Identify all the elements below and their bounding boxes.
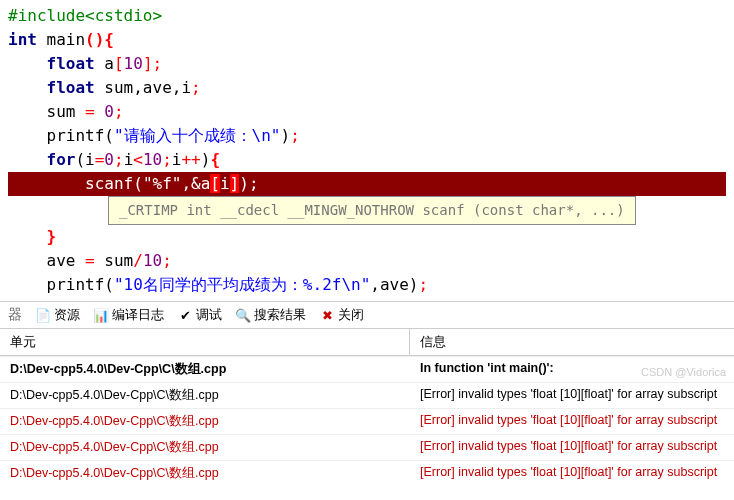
compiler-row[interactable]: D:\Dev-cpp5.4.0\Dev-Cpp\C\数组.cpp[Error] … [0,408,734,434]
bottom-tabs: 器 📄资源 📊编译日志 ✔调试 🔍搜索结果 ✖关闭 [0,301,734,329]
row-message: [Error] invalid types 'float [10][float]… [410,383,734,408]
watermark: CSDN @Vidorica [641,366,726,378]
compiler-row[interactable]: D:\Dev-cpp5.4.0\Dev-Cpp\C\数组.cpp[Error] … [0,460,734,486]
col-header-unit[interactable]: 单元 [0,329,410,355]
row-message: [Error] invalid types 'float [10][float]… [410,435,734,460]
tab-compile-log[interactable]: 📊编译日志 [94,306,164,324]
panel-header: 单元 信息 [0,329,734,356]
close-icon: ✖ [320,308,334,322]
kw-int: int [8,30,37,49]
resources-icon: 📄 [36,308,50,322]
code-editor[interactable]: #include<cstdio> int main(){ float a[10]… [0,0,734,301]
chart-icon: 📊 [94,308,108,322]
search-icon: 🔍 [236,308,250,322]
tab-search[interactable]: 🔍搜索结果 [236,306,306,324]
row-unit: D:\Dev-cpp5.4.0\Dev-Cpp\C\数组.cpp [0,383,410,408]
compiler-row[interactable]: D:\Dev-cpp5.4.0\Dev-Cpp\C\数组.cpp[Error] … [0,382,734,408]
row-unit: D:\Dev-cpp5.4.0\Dev-Cpp\C\数组.cpp [0,461,410,486]
row-unit: D:\Dev-cpp5.4.0\Dev-Cpp\C\数组.cpp [0,409,410,434]
row-unit: D:\Dev-cpp5.4.0\Dev-Cpp\C\数组.cpp [0,435,410,460]
compiler-output-panel: 单元 信息 D:\Dev-cpp5.4.0\Dev-Cpp\C\数组.cppIn… [0,329,734,486]
compiler-row[interactable]: D:\Dev-cpp5.4.0\Dev-Cpp\C\数组.cppIn funct… [0,356,734,382]
col-header-msg[interactable]: 信息 [410,329,734,355]
highlighted-line: scanf("%f",&a[i]); [8,172,726,196]
compiler-row[interactable]: D:\Dev-cpp5.4.0\Dev-Cpp\C\数组.cpp[Error] … [0,434,734,460]
tab-resources[interactable]: 📄资源 [36,306,80,324]
code-hint-tooltip: _CRTIMP int __cdecl __MINGW_NOTHROW scan… [108,196,636,225]
tab-debug[interactable]: ✔调试 [178,306,222,324]
row-unit: D:\Dev-cpp5.4.0\Dev-Cpp\C\数组.cpp [0,357,410,382]
check-icon: ✔ [178,308,192,322]
row-message: [Error] invalid types 'float [10][float]… [410,409,734,434]
preproc: #include<cstdio> [8,6,162,25]
tab-close[interactable]: ✖关闭 [320,306,364,324]
tab-compiler[interactable]: 器 [8,306,22,324]
row-message: [Error] invalid types 'float [10][float]… [410,461,734,486]
